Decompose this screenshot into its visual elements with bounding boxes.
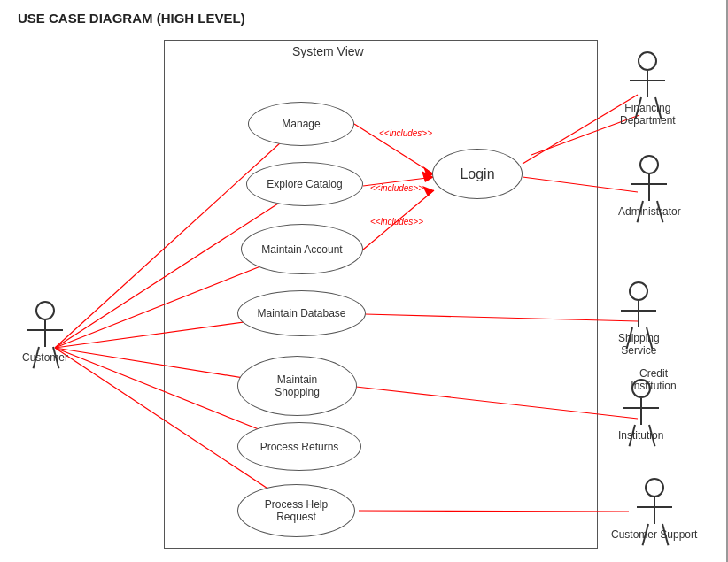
actor-shipping: Shipping Service	[618, 281, 660, 357]
includes-label-1: <<includes>>	[379, 128, 432, 138]
actor-financing: Financing Department	[620, 51, 676, 127]
customer-head	[35, 301, 55, 320]
includes-label-2: <<includes>>	[370, 183, 423, 193]
actor-customer: Customer	[22, 301, 68, 364]
system-box	[164, 40, 598, 549]
credit-institution-label: CreditInstitution	[618, 367, 689, 392]
use-case-manage: Manage	[248, 102, 354, 146]
use-case-explore-catalog: Explore Catalog	[246, 162, 363, 206]
use-case-process-returns: Process Returns	[237, 422, 361, 471]
use-case-login: Login	[432, 149, 523, 199]
actor-administrator: Administrator	[618, 155, 681, 218]
includes-label-3: <<includes>>	[370, 217, 423, 227]
use-case-maintain-shopping: Maintain Shopping	[237, 356, 357, 416]
use-case-maintain-database: Maintain Database	[237, 290, 366, 336]
use-case-process-help: Process Help Request	[237, 484, 355, 537]
diagram-title: USE CASE DIAGRAM (HIGH LEVEL)	[18, 11, 245, 26]
system-label: System View	[292, 44, 364, 58]
use-case-maintain-account: Maintain Account	[241, 224, 363, 274]
actor-customer-support: Customer Support	[611, 478, 697, 541]
